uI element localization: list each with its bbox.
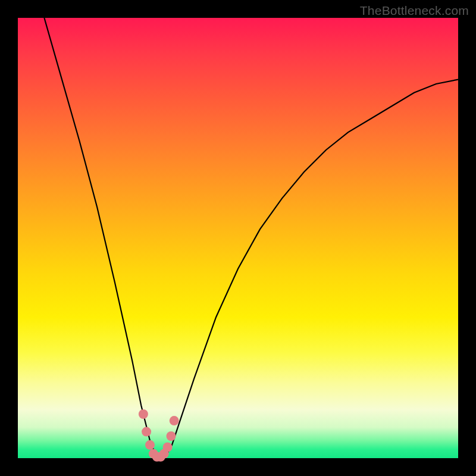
chart-svg	[18, 18, 458, 458]
trough-dot	[139, 409, 148, 419]
watermark: TheBottleneck.com	[360, 4, 469, 18]
trough-dot	[145, 440, 155, 450]
trough-highlight-dots	[139, 409, 179, 462]
trough-dot	[142, 427, 151, 437]
trough-dot	[167, 431, 176, 441]
bottleneck-curve	[44, 18, 458, 457]
trough-dot	[170, 416, 179, 425]
trough-dot	[163, 443, 173, 452]
